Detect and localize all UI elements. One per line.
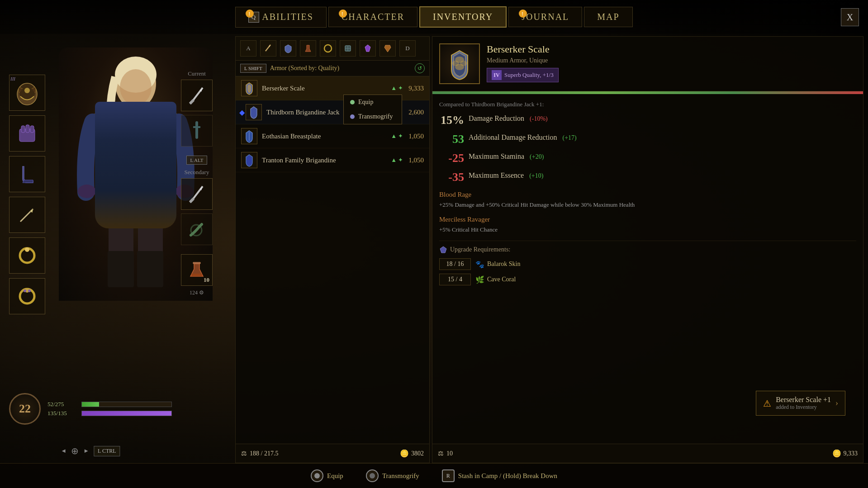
helmet-level: III — [10, 76, 15, 81]
weight-info: ⚖ 188 / 217.5 — [241, 450, 278, 457]
current-weapon-section: Current — [181, 70, 213, 147]
item-name-3: Tranton Family Brigandine — [262, 156, 391, 164]
item-row-3[interactable]: Tranton Family Brigandine ▲ ✦ 1,050 — [236, 148, 429, 172]
svg-rect-27 — [137, 251, 163, 287]
svg-point-17 — [120, 69, 152, 105]
equip-key — [311, 469, 323, 482]
equipment-slots-left: III — [9, 75, 45, 314]
equip-action[interactable]: Equip — [311, 469, 343, 482]
top-navigation: Q ABILITIES ! CHARACTER ! INVENTORY JOUR… — [0, 0, 868, 34]
tab-misc[interactable] — [379, 40, 396, 57]
context-transmogrify[interactable]: Transmogrify — [344, 109, 402, 124]
secondary-offhand-slot[interactable] — [181, 213, 213, 245]
offhand-slot[interactable] — [181, 115, 213, 147]
tab-weapons[interactable] — [260, 40, 276, 57]
ring2-slot[interactable] — [9, 278, 45, 314]
flask-count: 10 — [204, 276, 209, 284]
equip-label: Equip — [358, 99, 373, 106]
transmogrify-action[interactable]: Transmogrify — [366, 469, 419, 482]
stat-value-0: 15% — [439, 114, 464, 127]
inventory-tab[interactable]: INVENTORY — [419, 6, 507, 28]
gloves-icon — [14, 120, 41, 147]
tab-key-d[interactable]: D — [399, 40, 416, 57]
stat-value-2: -25 — [439, 152, 464, 165]
character-tab[interactable]: CHARACTER ! — [328, 7, 417, 27]
transmogrify-key — [366, 469, 379, 482]
stamina-bar-container: 135/135 — [47, 410, 172, 417]
alt-key: L ALT — [186, 156, 208, 165]
gold-info: 🪙 3802 — [400, 449, 424, 458]
detail-gold-icon: 🪙 — [832, 449, 841, 458]
character-area: III — [0, 34, 235, 461]
weapon-area: Current L ALT Secondary — [181, 70, 213, 296]
detail-content: Compared to Thirdborn Brigandine Jack +1… — [432, 94, 863, 439]
spear-slot[interactable] — [9, 197, 45, 233]
item-subtitle: Medium Armor, Unique — [487, 57, 856, 64]
close-icon: X — [847, 12, 853, 23]
character-badge: ! — [339, 9, 347, 18]
item-row-2[interactable]: Eothasian Breastplate ▲ ✦ 1,050 — [236, 124, 429, 148]
inventory-bottom-bar: ⚖ 188 / 217.5 🪙 3802 — [236, 444, 429, 463]
filter-icon[interactable]: ↺ — [415, 63, 425, 73]
nav-icon: ⊕ — [71, 445, 79, 456]
transmogrify-action-label: Transmogrify — [382, 472, 419, 480]
upgrade-item-0: 🐾 Balarok Skin — [475, 260, 521, 269]
toast-title: Berserker Scale +1 — [776, 396, 831, 404]
stat-row-0: 15% Damage Reduction (-10%) — [439, 114, 856, 127]
svg-point-49 — [314, 473, 320, 479]
item-icon-1 — [246, 104, 262, 120]
helmet-icon — [14, 79, 41, 106]
helmet-slot[interactable]: III — [9, 75, 45, 111]
item-value-2: 1,050 — [408, 133, 424, 140]
detail-bottom-bar: ⚖ 10 🪙 9,333 — [432, 444, 863, 463]
item-icon-2 — [241, 128, 257, 144]
svg-rect-23 — [129, 180, 142, 192]
coral-icon: 🌿 — [475, 275, 484, 284]
context-equip[interactable]: Equip — [344, 95, 402, 109]
secondary-main-slot[interactable] — [181, 178, 213, 210]
tab-consumables[interactable] — [300, 40, 316, 57]
bottom-hud: 22 52/275 135/135 — [9, 393, 172, 425]
ability-desc-1: +5% Critical Hit Chance — [439, 226, 856, 234]
upgrade-count-1: 15 / 4 — [439, 274, 471, 285]
item-row-0[interactable]: Berserker Scale ▲ ✦ 9,333 Equip Transmog… — [236, 76, 429, 100]
svg-point-48 — [455, 64, 464, 70]
item-icon-0 — [241, 80, 257, 96]
abilities-tab[interactable]: Q ABILITIES ! — [235, 7, 327, 28]
svg-rect-6 — [30, 126, 34, 133]
carry-icon: ⚖ — [438, 450, 444, 457]
tab-armor[interactable] — [280, 40, 296, 57]
secondary-weapon-section: Secondary — [181, 169, 213, 245]
main-weapon-slot[interactable] — [181, 80, 213, 111]
stamina-text: 135/135 — [47, 410, 79, 417]
stat-diff-3: (+10) — [529, 172, 543, 179]
boots-slot[interactable] — [9, 156, 45, 192]
inventory-label: INVENTORY — [433, 12, 493, 22]
stat-row-2: -25 Maximum Stamina (+20) — [439, 152, 856, 165]
stat-diff-2: (+20) — [530, 153, 544, 160]
stash-action[interactable]: R Stash in Camp / (Hold) Break Down — [442, 469, 557, 482]
equipped-diamond-icon: ◆ — [239, 108, 245, 117]
weight-text: 188 / 217.5 — [250, 450, 278, 457]
flask-slot[interactable]: 10 — [181, 254, 213, 286]
journal-tab[interactable]: JOURNAL ! — [508, 7, 582, 27]
tab-crafting[interactable] — [340, 40, 356, 57]
stat-label-block-3: Maximum Essence (+10) — [469, 171, 543, 180]
stamina-bar-bg — [81, 411, 172, 416]
svg-point-50 — [370, 473, 375, 479]
tab-accessories[interactable] — [320, 40, 336, 57]
tab-gems[interactable] — [360, 40, 376, 57]
detail-gold-value: 9,333 — [844, 450, 858, 457]
ring1-slot[interactable] — [9, 237, 45, 274]
map-tab[interactable]: MAP — [584, 7, 632, 27]
tab-key-a[interactable]: A — [240, 40, 256, 57]
map-label: MAP — [597, 12, 619, 22]
right-arrow-icon: ► — [83, 447, 89, 455]
ctrl-key: L CTRL — [94, 446, 120, 456]
weight-icon: ⚖ — [241, 450, 247, 457]
gloves-slot[interactable] — [9, 115, 45, 152]
stat-diff-0: (-10%) — [530, 115, 548, 122]
close-button[interactable]: X — [841, 8, 859, 26]
filter-text: Armor (Sorted by: Quality) — [270, 65, 340, 72]
ring1-icon — [14, 242, 41, 269]
